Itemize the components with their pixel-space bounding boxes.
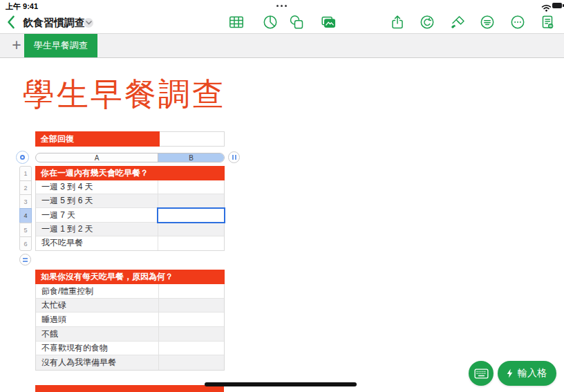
share-button[interactable] [390,15,405,30]
table-row[interactable]: 不喜歡現有的食物 [36,342,224,355]
share-icon [390,15,405,30]
toolbar: 飲食習慣調查 [0,12,564,33]
table-row[interactable]: 睡過頭 [36,312,224,327]
table-row[interactable]: 一週 1 到 2 天 [36,223,224,236]
format-button[interactable] [449,15,464,30]
cell-input-button-label: 輸入格 [518,367,547,380]
table-select-handle[interactable] [16,151,29,164]
table-row[interactable]: 一週 3 到 4 天 [36,180,224,194]
add-sheet-button[interactable]: + [7,34,26,57]
row-number[interactable]: 2 [19,180,32,195]
media-icon [321,15,337,30]
reasons-table-header-cell[interactable]: 如果你沒有每天吃早餐，原因為何？ [35,270,225,284]
survey-table-header-cell[interactable]: 你在一週內有幾天會吃早餐？ [35,166,225,180]
document-view-icon [540,15,555,30]
comments-icon [480,15,495,30]
numbers-app-window: 上午 9:41 飲食習慣調查 [0,0,564,392]
table-icon [229,15,244,30]
title-menu-button[interactable] [84,18,93,28]
table-row[interactable]: 節食/體重控制 [36,284,224,299]
sheet-tab-bar: + 學生早餐調查 [0,33,564,58]
column-header-a[interactable]: A [36,153,158,162]
pie-chart-icon [263,15,278,30]
more-button[interactable] [510,15,525,30]
table-row[interactable]: 沒有人為我準備早餐 [36,355,224,370]
cell-input-button[interactable]: 輸入格 [498,361,556,386]
table-handle-icon [20,155,25,160]
view-options-button[interactable] [540,15,555,30]
selected-cell[interactable] [157,207,225,223]
row-number-column: 1 2 3 4 5 6 [19,166,32,251]
insert-chart-button[interactable] [263,15,278,30]
undo-button[interactable] [420,15,435,30]
keyboard-icon [474,368,489,379]
sheet-tab-active[interactable]: 學生早餐調查 [24,34,97,57]
table-row[interactable]: 一週 5 到 6 天 [36,194,224,208]
chevron-down-icon [86,21,92,25]
next-table-header-partial[interactable] [35,385,224,392]
status-bar: 上午 9:41 [0,0,564,12]
summary-table-value-cell[interactable] [160,131,225,147]
clock: 上午 9:41 [6,1,38,12]
format-brush-icon [449,15,467,30]
summary-table-header-cell[interactable]: 全部回復 [35,131,160,147]
row-number[interactable]: 5 [19,223,32,237]
document-title[interactable]: 飲食習慣調查 [23,17,85,30]
insert-table-button[interactable] [229,15,244,30]
insert-shape-button[interactable] [289,15,304,30]
table-row[interactable]: 我不吃早餐 [36,236,224,250]
lightning-bolt-icon [506,368,514,379]
insert-media-button[interactable] [321,15,336,30]
shapes-icon [289,15,305,30]
row-number[interactable]: 6 [19,236,32,251]
row-number[interactable]: 3 [19,194,32,209]
column-header-b-selected[interactable]: B [158,153,224,162]
home-indicator[interactable] [205,382,357,386]
add-row-handle[interactable] [19,254,31,265]
table-row[interactable]: 不餓 [36,327,224,342]
more-icon [510,15,525,30]
column-header-bar: A B [35,153,225,162]
table-row[interactable]: 太忙碌 [36,299,224,312]
keyboard-button[interactable] [469,361,494,386]
column-divider [158,284,159,370]
column-resize-handle[interactable] [228,151,240,163]
back-button[interactable] [6,15,16,29]
sheet-title[interactable]: 學生早餐調查 [23,76,226,112]
row-number[interactable]: 1 [19,166,32,181]
multitasking-indicator-icon [276,5,287,7]
undo-icon [420,15,435,30]
battery-icon [552,3,562,8]
comments-button[interactable] [480,15,495,30]
reasons-table: 如果你沒有每天吃早餐，原因為何？ 節食/體重控制 太忙碌 睡過頭 不餓 不喜歡現… [35,270,225,371]
row-number-selected[interactable]: 4 [19,208,32,223]
